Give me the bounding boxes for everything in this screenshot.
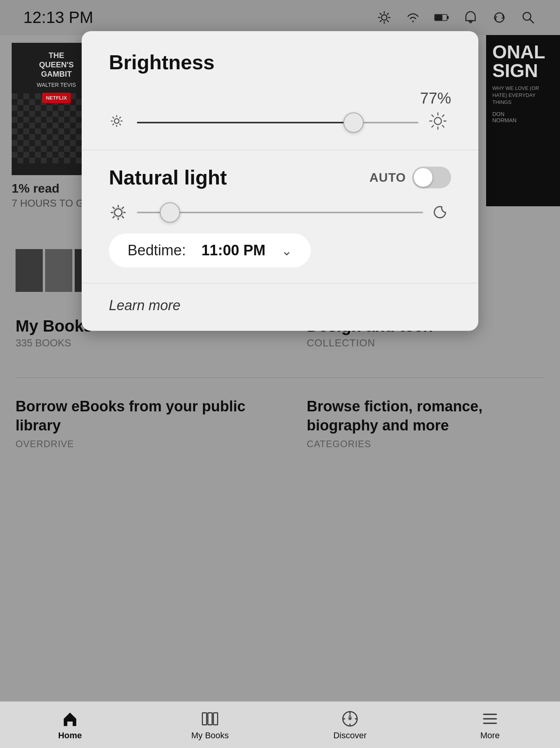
brightness-value: 77% — [109, 90, 451, 107]
bedtime-label: Bedtime: — [128, 242, 186, 259]
svg-line-32 — [442, 125, 444, 128]
natural-light-header: Natural light AUTO — [109, 166, 451, 189]
sun-icon-large — [428, 111, 451, 134]
learn-more-link[interactable]: Learn more — [109, 297, 180, 313]
learn-more-section: Learn more — [82, 283, 478, 331]
brightness-thumb[interactable] — [343, 112, 364, 133]
svg-line-42 — [122, 207, 124, 209]
svg-point-17 — [114, 119, 119, 123]
brightness-track[interactable] — [137, 122, 418, 123]
svg-line-41 — [122, 216, 124, 218]
warmth-track[interactable] — [137, 212, 423, 213]
svg-point-35 — [114, 209, 122, 216]
brightness-title: Brightness — [109, 51, 451, 74]
svg-line-34 — [432, 125, 434, 128]
bedtime-time: 11:00 PM — [201, 242, 266, 259]
brightness-slider-row — [109, 111, 451, 134]
bedtime-chevron-icon: ⌄ — [281, 243, 292, 258]
svg-line-22 — [112, 117, 114, 118]
toggle-knob — [414, 168, 432, 187]
svg-line-40 — [113, 207, 115, 209]
brightness-popup: Brightness 77% — [82, 31, 478, 331]
svg-point-26 — [434, 118, 441, 125]
brightness-section: Brightness 77% — [82, 31, 478, 150]
moon-icon — [432, 203, 451, 222]
svg-line-25 — [112, 124, 114, 125]
svg-marker-16 — [271, 31, 289, 32]
warmth-slider-row — [109, 203, 451, 222]
auto-label: AUTO — [369, 170, 406, 185]
warmth-sun-icon — [109, 203, 128, 222]
svg-line-31 — [432, 115, 434, 117]
bedtime-container: Bedtime: 11:00 PM ⌄ — [109, 234, 451, 267]
svg-line-24 — [119, 117, 121, 118]
natural-light-title: Natural light — [109, 166, 227, 189]
warmth-thumb[interactable] — [160, 202, 180, 223]
auto-toggle[interactable]: AUTO — [369, 167, 451, 188]
toggle-switch[interactable] — [412, 167, 451, 188]
svg-line-43 — [113, 216, 115, 218]
popup-arrow-up — [271, 31, 289, 33]
sun-icon-small — [109, 113, 128, 132]
natural-light-section: Natural light AUTO — [82, 150, 478, 283]
brightness-fill — [137, 122, 354, 123]
svg-line-23 — [119, 124, 121, 125]
bedtime-pill[interactable]: Bedtime: 11:00 PM ⌄ — [109, 234, 311, 267]
svg-line-33 — [442, 115, 444, 117]
